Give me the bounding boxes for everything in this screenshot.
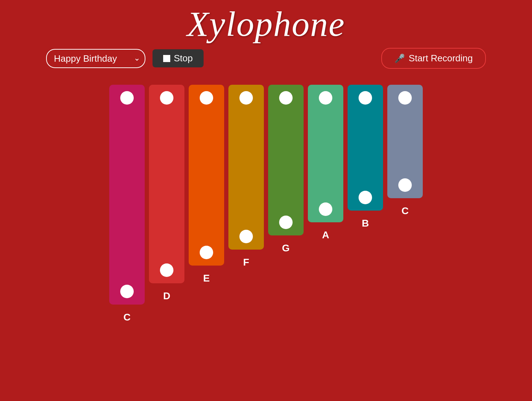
microphone-icon: 🎤 bbox=[394, 54, 405, 63]
xylophone-area: CDEFGABC bbox=[0, 74, 532, 323]
bar-dot-top bbox=[279, 91, 293, 105]
bar-wrapper-C: C bbox=[109, 85, 145, 323]
bar-dot-bottom bbox=[279, 216, 293, 229]
xylophone-bar-C[interactable] bbox=[109, 85, 145, 305]
bar-label-C: C bbox=[123, 312, 131, 323]
bar-dot-bottom bbox=[120, 285, 134, 298]
title-area: Xylophone bbox=[0, 0, 532, 44]
bar-dot-top bbox=[398, 91, 412, 105]
xylophone-bar-F[interactable] bbox=[228, 85, 264, 250]
bar-label-B: B bbox=[362, 218, 369, 229]
bar-dot-top bbox=[319, 91, 332, 105]
xylophone-bar-D[interactable] bbox=[149, 85, 184, 283]
bar-label-F: F bbox=[243, 257, 249, 268]
record-button[interactable]: 🎤 Start Recording bbox=[381, 48, 486, 69]
bar-dot-bottom bbox=[319, 202, 332, 216]
bar-wrapper-E: E bbox=[189, 85, 224, 284]
bar-wrapper-F: F bbox=[228, 85, 264, 268]
bar-label-G: G bbox=[282, 243, 290, 254]
record-button-label: Start Recording bbox=[409, 53, 473, 64]
xylophone-bar-C2[interactable] bbox=[387, 85, 423, 198]
bar-wrapper-B: B bbox=[348, 85, 383, 229]
stop-button-label: Stop bbox=[174, 53, 193, 64]
bar-dot-bottom bbox=[160, 263, 173, 277]
bar-wrapper-A: A bbox=[308, 85, 343, 241]
bar-dot-bottom bbox=[398, 178, 412, 192]
bar-label-A: A bbox=[322, 229, 329, 241]
bar-wrapper-D: D bbox=[149, 85, 184, 302]
bar-dot-top bbox=[359, 91, 372, 105]
xylophone-bar-E[interactable] bbox=[189, 85, 224, 266]
bar-wrapper-C2: C bbox=[387, 85, 423, 217]
bar-dot-top bbox=[120, 91, 134, 105]
xylophone-bar-B[interactable] bbox=[348, 85, 383, 211]
controls-bar: Happy Birthday Twinkle Twinkle Mary Had … bbox=[0, 48, 532, 69]
bar-dot-top bbox=[160, 91, 173, 105]
bar-dot-top bbox=[239, 91, 253, 105]
xylophone-bar-G[interactable] bbox=[268, 85, 304, 235]
bar-dot-bottom bbox=[200, 246, 213, 259]
bar-wrapper-G: G bbox=[268, 85, 304, 254]
bar-label-D: D bbox=[163, 290, 170, 302]
stop-icon bbox=[163, 55, 170, 62]
xylophone-bar-A[interactable] bbox=[308, 85, 343, 222]
app-title: Xylophone bbox=[0, 4, 532, 44]
bar-dot-bottom bbox=[239, 230, 253, 243]
song-select-wrapper[interactable]: Happy Birthday Twinkle Twinkle Mary Had … bbox=[46, 49, 145, 68]
bar-dot-top bbox=[200, 91, 213, 105]
song-select[interactable]: Happy Birthday Twinkle Twinkle Mary Had … bbox=[46, 49, 145, 68]
bar-label-E: E bbox=[203, 273, 210, 284]
bar-label-C2: C bbox=[401, 205, 409, 217]
stop-button[interactable]: Stop bbox=[153, 49, 204, 67]
bar-dot-bottom bbox=[359, 191, 372, 204]
